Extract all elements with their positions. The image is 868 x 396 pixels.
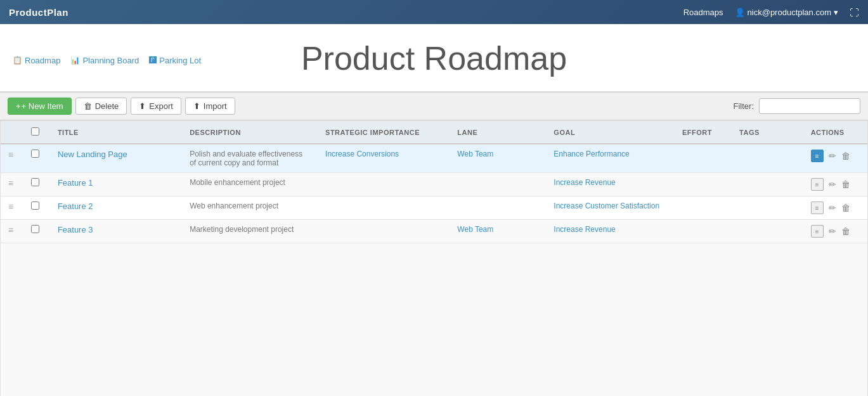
row-strategic-importance[interactable] [318,173,450,196]
row-checkbox[interactable] [31,201,39,210]
row-tags [732,220,803,243]
header-goal: GOAL [546,121,675,144]
top-nav-right: Roadmaps 👤 nick@productplan.com ▾ ⛶ [683,7,859,18]
detail-icon[interactable]: ≡ [811,225,824,238]
row-checkbox[interactable] [31,225,39,233]
parking-lot-link[interactable]: 🅿 Parking Lot [149,56,201,65]
row-effort [675,144,732,173]
row-lane[interactable] [450,173,546,196]
toolbar-left: + + New Item 🗑 Delete ⬆ Export ⬆ Import [8,98,235,115]
roadmap-link[interactable]: 📋 Roadmap [13,56,60,65]
page-title: Product Roadmap [301,34,567,86]
delete-row-icon[interactable]: 🗑 [841,203,850,213]
table-row: ≡ Feature 2 Web enhancement project Incr… [1,196,867,220]
row-title[interactable]: Feature 1 [50,173,182,196]
planning-table: TITLE DESCRIPTION STRATEGIC IMPORTANCE L… [0,120,868,396]
row-lane[interactable] [450,196,546,220]
edit-icon[interactable]: ✏ [829,226,836,236]
delete-button[interactable]: 🗑 Delete [75,98,127,115]
row-lane[interactable]: Web Team [450,144,546,173]
drag-handle-cell: ≡ [1,173,23,196]
top-navigation: ProductPlan Roadmaps 👤 nick@productplan.… [0,0,868,24]
row-actions-cell: ≡ ✏ 🗑 [803,173,867,196]
row-goal[interactable]: Increase Customer Satisfaction [546,196,675,220]
row-tags [732,144,803,173]
header-strategic-importance: STRATEGIC IMPORTANCE [318,121,450,144]
row-goal[interactable]: Increase Revenue [546,173,675,196]
planning-board-link[interactable]: 📊 Planning Board [70,56,139,65]
trash-icon: 🗑 [84,101,92,111]
empty-table-area [1,243,867,396]
parking-lot-icon: 🅿 [149,56,157,65]
import-icon: ⬆ [193,101,200,111]
detail-icon[interactable]: ≡ [811,150,824,162]
drag-handle-icon[interactable]: ≡ [8,225,13,235]
row-tags [732,196,803,220]
detail-icon[interactable]: ≡ [811,201,824,214]
export-button[interactable]: ⬆ Export [131,98,181,115]
import-button[interactable]: ⬆ Import [185,98,235,115]
edit-icon[interactable]: ✏ [829,151,836,161]
delete-row-icon[interactable]: 🗑 [841,179,850,189]
row-checkbox[interactable] [31,150,39,158]
row-description: Marketing development project [182,220,318,243]
row-effort [675,173,732,196]
row-lane[interactable]: Web Team [450,220,546,243]
row-goal[interactable]: Increase Revenue [546,220,675,243]
sub-navigation: 📋 Roadmap 📊 Planning Board 🅿 Parking Lot… [0,24,868,92]
row-title[interactable]: Feature 2 [50,196,182,220]
sub-nav-links: 📋 Roadmap 📊 Planning Board 🅿 Parking Lot [13,56,201,65]
row-effort [675,220,732,243]
user-email: nick@productplan.com [748,8,831,17]
row-tags [732,173,803,196]
row-checkbox-cell [23,220,50,243]
drag-handle-icon[interactable]: ≡ [8,150,13,160]
roadmaps-link[interactable]: Roadmaps [683,8,723,17]
toolbar-right: Filter: [734,98,861,114]
row-actions-cell: ≡ ✏ 🗑 [803,220,867,243]
header-title: TITLE [50,121,182,144]
row-actions-cell: ≡ ✏ 🗑 [803,196,867,220]
header-description: DESCRIPTION [182,121,318,144]
header-tags: TAGS [732,121,803,144]
expand-icon[interactable]: ⛶ [850,7,859,18]
edit-icon[interactable]: ✏ [829,179,836,189]
user-dropdown-icon: ▾ [834,8,838,17]
row-title[interactable]: Feature 3 [50,220,182,243]
row-strategic-importance[interactable] [318,220,450,243]
edit-icon[interactable]: ✏ [829,203,836,213]
row-effort [675,196,732,220]
delete-row-icon[interactable]: 🗑 [841,151,850,161]
row-checkbox-cell [23,196,50,220]
row-description: Web enhancement project [182,196,318,220]
header-effort: EFFORT [675,121,732,144]
delete-row-icon[interactable]: 🗑 [841,226,850,236]
row-title[interactable]: New Landing Page [50,144,182,173]
planning-board-icon: 📊 [70,56,80,65]
row-checkbox[interactable] [31,178,39,186]
detail-icon[interactable]: ≡ [811,178,824,191]
table-header-row: TITLE DESCRIPTION STRATEGIC IMPORTANCE L… [1,121,867,144]
row-checkbox-cell [23,144,50,173]
row-description: Mobile enhancement project [182,173,318,196]
drag-handle-icon[interactable]: ≡ [8,178,13,188]
filter-input[interactable] [759,98,860,114]
toolbar: + + New Item 🗑 Delete ⬆ Export ⬆ Import … [0,92,868,120]
header-drag [1,121,23,144]
drag-handle-cell: ≡ [1,220,23,243]
brand-logo[interactable]: ProductPlan [9,7,68,18]
drag-handle-icon[interactable]: ≡ [8,201,13,212]
select-all-checkbox[interactable] [31,127,39,136]
user-menu[interactable]: 👤 nick@productplan.com ▾ [735,8,838,17]
row-goal[interactable]: Enhance Performance [546,144,675,173]
header-lane: LANE [450,121,546,144]
user-icon: 👤 [735,8,745,17]
export-icon: ⬆ [139,101,146,111]
table-row: ≡ New Landing Page Polish and evaluate e… [1,144,867,173]
header-actions: ACTIONS [803,121,867,144]
plus-icon: + [16,101,21,111]
row-strategic-importance[interactable] [318,196,450,220]
table-row: ≡ Feature 3 Marketing development projec… [1,220,867,243]
row-strategic-importance[interactable]: Increase Conversions [318,144,450,173]
new-item-button[interactable]: + + New Item [8,98,72,115]
